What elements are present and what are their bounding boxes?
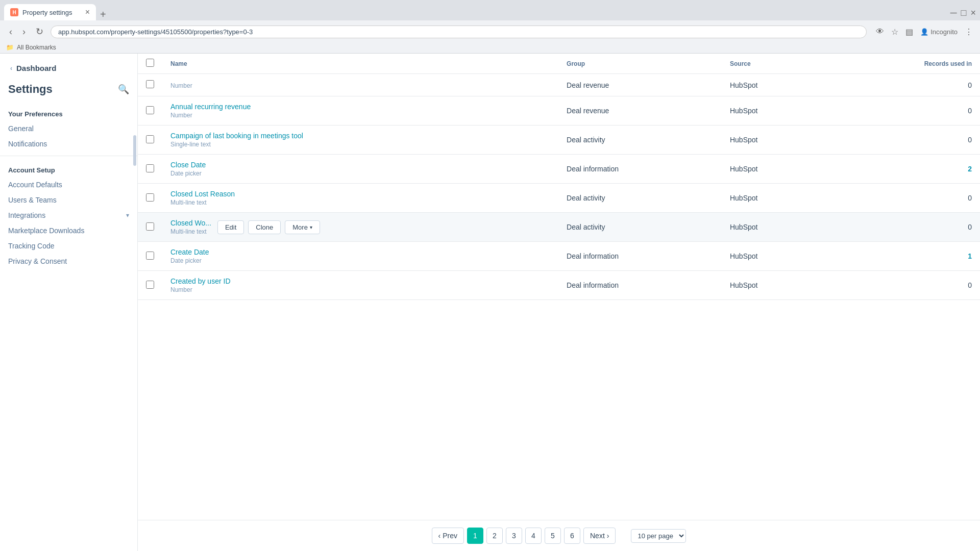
sidebar-item-account-defaults[interactable]: Account Defaults <box>0 177 137 192</box>
row-actions: Edit Clone More ▾ <box>217 220 320 234</box>
sidebar-item-tracking[interactable]: Tracking Code <box>0 238 137 254</box>
prev-btn[interactable]: ‹ Prev <box>432 528 464 544</box>
count-link[interactable]: 1 <box>968 252 972 260</box>
menu-btn[interactable]: ⋮ <box>964 26 974 38</box>
prop-count-cell: 2 <box>827 155 980 184</box>
table-row: Number Deal revenue HubSpot 0 <box>138 74 980 96</box>
prop-name-cell: Created by user ID Number <box>162 271 558 300</box>
tab-favicon: H <box>10 8 18 16</box>
next-icon: › <box>607 532 609 540</box>
new-tab-btn[interactable]: + <box>96 9 110 20</box>
browser-chrome: H Property settings × + ─ □ × ‹ › ↻ app.… <box>0 0 980 54</box>
row-checkbox[interactable] <box>146 135 154 143</box>
pagination-bar: ‹ Prev 1 2 3 4 5 6 Next › 10 per page 25… <box>138 520 980 551</box>
prop-source-cell: HubSpot <box>722 126 827 155</box>
sidebar-item-privacy[interactable]: Privacy & Consent <box>0 254 137 269</box>
row-checkbox[interactable] <box>146 281 154 289</box>
clone-btn[interactable]: Clone <box>248 220 281 234</box>
prop-name-cell: Closed Lost Reason Multi-line text <box>162 184 558 213</box>
minimize-btn[interactable]: ─ <box>950 8 957 18</box>
prop-name-cell: Closed Wo... Multi-line text Edit Clone … <box>162 213 558 242</box>
th-count: Records used in <box>827 54 980 74</box>
row-checkbox[interactable] <box>146 80 154 88</box>
th-name: Name <box>162 54 558 74</box>
prop-name-cell: Close Date Date picker <box>162 155 558 184</box>
prop-source-cell: HubSpot <box>722 213 827 242</box>
sidebar-toggle-btn[interactable]: ▤ <box>904 26 914 38</box>
per-page-select[interactable]: 10 per page 25 per page 50 per page <box>631 529 686 543</box>
page-6-btn[interactable]: 6 <box>564 528 580 544</box>
properties-table: Name Group Source Records used in Number <box>138 54 980 300</box>
prop-count-cell: 0 <box>827 126 980 155</box>
prop-source-cell: HubSpot <box>722 155 827 184</box>
page-4-btn[interactable]: 4 <box>525 528 542 544</box>
table-row: Closed Lost Reason Multi-line text Deal … <box>138 184 980 213</box>
prop-count-cell: 0 <box>827 96 980 126</box>
scrollbar[interactable] <box>133 135 136 166</box>
section-label-account: Account Setup <box>0 160 137 177</box>
row-checkbox[interactable] <box>146 252 154 260</box>
prop-count-cell: 0 <box>827 213 980 242</box>
prop-group-cell: Deal activity <box>558 126 722 155</box>
window-close-btn[interactable]: × <box>970 8 976 18</box>
sidebar-item-marketplace[interactable]: Marketplace Downloads <box>0 223 137 238</box>
page-3-btn[interactable]: 3 <box>506 528 522 544</box>
hide-icon-btn[interactable]: 👁 <box>875 26 885 37</box>
page-2-btn[interactable]: 2 <box>486 528 503 544</box>
prop-group-cell: Deal activity <box>558 184 722 213</box>
sidebar-item-integrations[interactable]: Integrations ▾ <box>0 208 137 223</box>
count-link[interactable]: 2 <box>968 165 972 173</box>
tab-close-btn[interactable]: × <box>85 8 90 17</box>
prop-source-cell: HubSpot <box>722 184 827 213</box>
prop-name-cell: Create Date Date picker <box>162 242 558 271</box>
dashboard-chevron-icon: ‹ <box>10 65 12 72</box>
bookmark-btn[interactable]: ☆ <box>890 26 899 38</box>
more-dropdown-icon: ▾ <box>310 224 312 230</box>
prop-source-cell: HubSpot <box>722 242 827 271</box>
prop-source-cell: HubSpot <box>722 96 827 126</box>
table-container: Name Group Source Records used in Number <box>138 54 980 520</box>
bookmarks-bar: 📁 All Bookmarks <box>0 43 980 54</box>
row-checkbox[interactable] <box>146 193 154 202</box>
prev-icon: ‹ <box>438 532 441 540</box>
prop-group-cell: Deal information <box>558 271 722 300</box>
reload-btn[interactable]: ↻ <box>33 25 46 38</box>
prop-group-cell: Deal information <box>558 155 722 184</box>
dashboard-btn[interactable]: ‹ Dashboard <box>8 62 129 74</box>
prop-source-cell: HubSpot <box>722 74 827 96</box>
app: ‹ Dashboard Settings 🔍 Your Preferences … <box>0 54 980 551</box>
th-checkbox <box>138 54 162 74</box>
sidebar-item-users-teams[interactable]: Users & Teams <box>0 192 137 208</box>
sidebar-item-general[interactable]: General <box>0 121 137 136</box>
url-text: app.hubspot.com/property-settings/451055… <box>58 28 859 36</box>
prop-group-cell: Deal activity <box>558 213 722 242</box>
table-row: Campaign of last booking in meetings too… <box>138 126 980 155</box>
page-1-btn[interactable]: 1 <box>467 528 483 544</box>
bookmarks-label: All Bookmarks <box>17 44 56 51</box>
dashboard-label: Dashboard <box>16 64 56 72</box>
row-checkbox[interactable] <box>146 106 154 114</box>
profile-btn[interactable]: 👤 Incognito <box>919 27 959 37</box>
edit-btn[interactable]: Edit <box>217 220 244 234</box>
th-source: Source <box>722 54 827 74</box>
page-5-btn[interactable]: 5 <box>545 528 561 544</box>
back-btn[interactable]: ‹ <box>6 26 15 38</box>
prop-count-cell: 0 <box>827 271 980 300</box>
sidebar-search-btn[interactable]: 🔍 <box>118 84 129 95</box>
sidebar-item-notifications[interactable]: Notifications <box>0 136 137 152</box>
maximize-btn[interactable]: □ <box>961 8 967 18</box>
prop-group-cell: Deal information <box>558 242 722 271</box>
prop-count-cell: 1 <box>827 242 980 271</box>
select-all-checkbox[interactable] <box>146 59 154 67</box>
address-bar[interactable]: app.hubspot.com/property-settings/451055… <box>51 26 867 38</box>
bookmarks-folder-icon: 📁 <box>6 44 14 51</box>
more-btn[interactable]: More ▾ <box>285 220 320 234</box>
row-checkbox[interactable] <box>146 164 154 172</box>
th-group: Group <box>558 54 722 74</box>
next-btn[interactable]: Next › <box>583 528 616 544</box>
prop-source-cell: HubSpot <box>722 271 827 300</box>
forward-btn[interactable]: › <box>19 26 29 38</box>
row-checkbox[interactable] <box>146 222 154 231</box>
tab-bar: H Property settings × + ─ □ × <box>0 0 980 20</box>
active-tab: H Property settings × <box>4 4 96 20</box>
